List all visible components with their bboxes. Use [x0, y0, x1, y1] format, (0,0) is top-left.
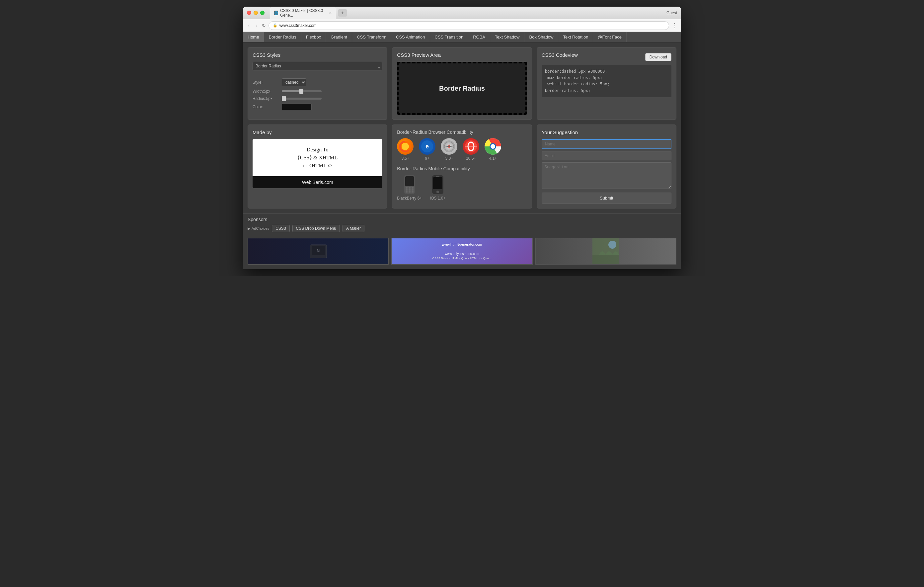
ios-version: iOS 1.0+ [430, 196, 446, 200]
svg-rect-12 [465, 146, 477, 147]
close-button[interactable] [247, 11, 251, 15]
svg-rect-24 [406, 191, 408, 193]
url-bar[interactable]: 🔒 www.css3maker.com [269, 21, 669, 30]
ie-version: 9+ [425, 156, 429, 161]
nav-item-css-animation[interactable]: CSS Animation [391, 32, 430, 42]
refresh-button[interactable]: ↻ [262, 23, 266, 28]
radius-slider[interactable] [282, 98, 322, 99]
sponsor-bar: ▶ AdChoices CSS3 CSS Drop Down Menu A Ma… [248, 225, 676, 232]
tab-close-icon[interactable]: ✕ [329, 11, 332, 15]
preview-text: Border Radius [439, 85, 485, 92]
madeby-line1: Design To [259, 146, 376, 154]
ad-strip-1-content: M [248, 238, 388, 264]
code-line-4: border-radius: 5px; [545, 88, 668, 94]
madeby-text: Design To {CSS} & XHTML or <HTML5> [252, 139, 382, 176]
opera-icon [463, 138, 479, 155]
nav-item-border-radius[interactable]: Border Radius [264, 32, 301, 42]
nav-item-text-rotation[interactable]: Text Rotation [558, 32, 593, 42]
svg-rect-22 [409, 189, 411, 190]
ad-strip-3-content [536, 238, 676, 264]
code-line-1: border:dashed 5px #000000; [545, 68, 668, 75]
nav-item-gradient[interactable]: Gradient [326, 32, 352, 42]
suggestion-panel-title: Your Suggestion [542, 129, 672, 135]
svg-text:M: M [317, 249, 319, 253]
more-options-button[interactable]: ⋮ [672, 22, 678, 29]
radius-label: Radius:5px [252, 96, 279, 101]
suggestion-textarea[interactable] [542, 162, 672, 189]
svg-rect-17 [405, 176, 414, 186]
nav-item-css-transition[interactable]: CSS Transition [430, 32, 469, 42]
madeby-line3: or <HTML5> [259, 162, 376, 170]
nav-item-text-shadow[interactable]: Text Shadow [490, 32, 525, 42]
lock-icon: 🔒 [273, 23, 277, 28]
opera-version: 10.5+ [466, 156, 476, 161]
browser-tab[interactable]: 🌐 CSS3.0 Maker | CSS3.0 Gene... ✕ [270, 7, 336, 19]
ad-strip-2: www.html5generator.com | www.onlycssmenu… [391, 238, 532, 265]
suggestion-panel: Your Suggestion Submit [537, 124, 676, 208]
mobile-icons: BlackBerry 6+ iOS 1.0+ [397, 175, 527, 200]
email-input[interactable] [542, 151, 672, 160]
code-line-2: -moz-border-radius: 5px; [545, 75, 668, 81]
main-content-grid: CSS3 Styles Border Radius Flexbox Gradie… [243, 43, 681, 213]
radius-row: Radius:5px [252, 96, 382, 101]
svg-rect-19 [409, 187, 411, 189]
ie-icon: e [419, 138, 436, 155]
color-row: Color: [252, 104, 382, 110]
compat-panel: Border-Radius Browser Compatibility 3.5+ [392, 124, 532, 208]
border-style-dropdown[interactable]: dashed solid dotted [282, 78, 306, 86]
svg-rect-23 [412, 189, 414, 190]
safari-icon [441, 138, 457, 155]
browser-item-ie: e 9+ [419, 138, 436, 161]
styles-panel: CSS3 Styles Border Radius Flexbox Gradie… [248, 47, 387, 120]
tab-title: CSS3.0 Maker | CSS3.0 Gene... [280, 8, 326, 18]
styles-panel-title: CSS3 Styles [252, 52, 382, 58]
color-swatch[interactable] [282, 104, 312, 110]
svg-rect-18 [406, 187, 408, 189]
nav-item-rgba[interactable]: RGBA [468, 32, 490, 42]
chrome-icon [485, 138, 501, 155]
ad-choices-icon: ▶ [248, 227, 250, 231]
nav-item-box-shadow[interactable]: Box Shadow [525, 32, 558, 42]
svg-rect-20 [412, 187, 414, 189]
back-button[interactable]: ‹ [246, 22, 251, 29]
svg-point-29 [436, 190, 439, 193]
nav-item-font-face[interactable]: @Font Face [593, 32, 627, 42]
nav-item-flexbox[interactable]: Flexbox [301, 32, 326, 42]
download-button[interactable]: Download [645, 53, 672, 61]
address-bar: ‹ › ↻ 🔒 www.css3maker.com ⋮ [243, 19, 681, 32]
ad-strip-1: M [248, 238, 389, 265]
svg-rect-26 [412, 191, 414, 193]
firefox-version: 3.5+ [401, 156, 409, 161]
color-label: Color: [252, 104, 279, 109]
submit-button[interactable]: Submit [542, 193, 672, 203]
radius-slider-container [282, 98, 382, 99]
browser-compat-title: Border-Radius Browser Compatibility [397, 129, 527, 135]
width-slider[interactable] [282, 90, 322, 92]
nav-menu: Home Border Radius Flexbox Gradient CSS … [243, 32, 681, 43]
sponsor-link-maker[interactable]: A Maker [343, 225, 365, 232]
maximize-button[interactable] [260, 11, 264, 15]
nav-item-css-transform[interactable]: CSS Transform [352, 32, 391, 42]
sponsor-link-css-dropdown[interactable]: CSS Drop Down Menu [292, 225, 340, 232]
preview-box: Border Radius [397, 62, 527, 115]
ad-strips: M www.html5generator.com | www.onlycssme… [243, 238, 681, 269]
sponsor-link-css3[interactable]: CSS3 [272, 225, 289, 232]
chrome-version: 4.1+ [489, 156, 497, 161]
madeby-line2: {CSS} & XHTML [259, 154, 376, 162]
ad-strip-3 [535, 238, 676, 265]
codeview-header: CSS3 Codeview Download [542, 52, 672, 62]
window-guest-label: Guest [667, 11, 677, 15]
width-slider-container [282, 90, 382, 92]
nav-item-home[interactable]: Home [243, 32, 264, 42]
svg-rect-28 [433, 177, 442, 189]
url-text: www.css3maker.com [279, 23, 317, 28]
name-input[interactable] [542, 139, 672, 149]
new-tab-button[interactable]: + [338, 9, 347, 17]
minimize-button[interactable] [254, 11, 258, 15]
tab-favicon: 🌐 [274, 11, 278, 15]
svg-point-15 [490, 144, 495, 149]
forward-button[interactable]: › [254, 22, 259, 29]
madeby-card: Design To {CSS} & XHTML or <HTML5> WebiB… [252, 139, 382, 188]
sponsors-title: Sponsors [248, 217, 676, 222]
style-type-dropdown[interactable]: Border Radius Flexbox Gradient [252, 62, 382, 70]
